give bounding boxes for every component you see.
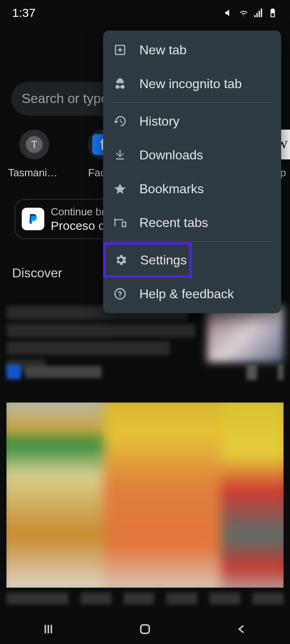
download-icon — [113, 148, 127, 162]
menu-recent-tabs[interactable]: Recent tabs — [103, 206, 281, 239]
menu-bookmarks[interactable]: Bookmarks — [103, 172, 281, 206]
menu-separator — [111, 241, 273, 242]
system-nav-bar — [0, 614, 290, 644]
shortcut-label: Tasmania… — [8, 167, 60, 179]
svg-rect-0 — [141, 625, 149, 634]
status-time: 1:37 — [12, 6, 35, 20]
signal-icon — [253, 8, 263, 18]
devices-icon — [113, 215, 127, 230]
menu-label: Help & feedback — [139, 287, 234, 301]
share-icon[interactable] — [246, 364, 257, 380]
home-button[interactable] — [138, 622, 152, 636]
overflow-icon[interactable] — [278, 364, 284, 380]
feed-source-row — [6, 364, 284, 380]
menu-downloads[interactable]: Downloads — [103, 138, 281, 172]
menu-label: Settings — [140, 253, 187, 268]
menu-incognito[interactable]: New incognito tab — [103, 67, 281, 101]
menu-settings[interactable]: Settings — [104, 243, 191, 277]
mute-icon — [224, 8, 234, 18]
menu-label: History — [139, 114, 180, 129]
menu-label: Recent tabs — [139, 215, 208, 230]
menu-separator — [111, 102, 273, 103]
discover-heading: Discover — [12, 266, 62, 281]
battery-icon — [267, 8, 278, 18]
menu-history[interactable]: History — [103, 104, 281, 138]
paypal-icon — [22, 208, 44, 230]
overflow-menu: New tab New incognito tab History Downlo… — [103, 31, 281, 313]
feed-thumb — [207, 306, 284, 362]
menu-label: Downloads — [139, 148, 203, 163]
incognito-icon — [113, 76, 127, 91]
status-bar: 1:37 — [0, 0, 290, 26]
help-icon — [113, 287, 127, 301]
gear-icon — [114, 253, 128, 267]
plus-box-icon — [113, 43, 127, 57]
menu-label: New tab — [139, 43, 186, 58]
history-icon — [113, 114, 127, 128]
feed-article-2[interactable] — [6, 402, 284, 588]
star-icon — [113, 182, 127, 196]
shortcut-glyph: T — [26, 136, 43, 153]
feed-caption — [6, 592, 284, 608]
recents-button[interactable] — [41, 622, 56, 636]
menu-help[interactable]: Help & feedback — [103, 277, 281, 311]
back-button[interactable] — [234, 622, 249, 636]
menu-new-tab[interactable]: New tab — [103, 33, 281, 67]
menu-label: Bookmarks — [139, 182, 204, 196]
menu-label: New incognito tab — [139, 76, 242, 91]
wifi-icon — [238, 8, 249, 18]
shortcut-tasmania[interactable]: T Tasmania… — [11, 130, 57, 190]
